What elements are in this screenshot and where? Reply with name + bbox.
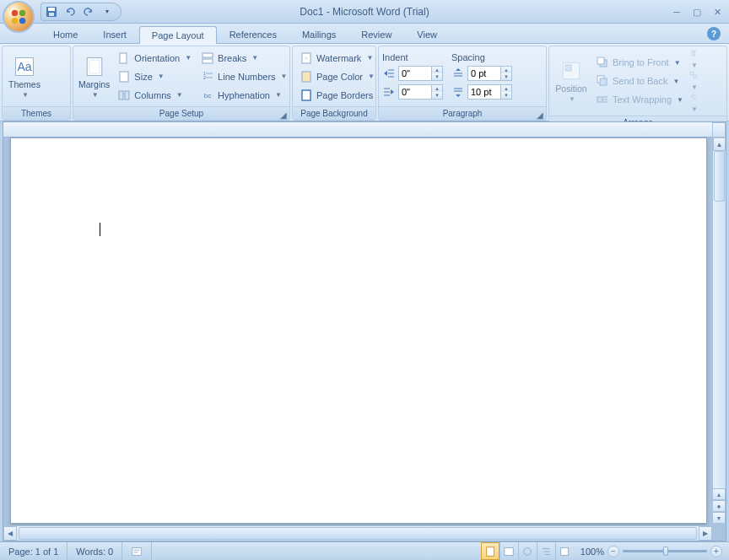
margins-label: Margins bbox=[78, 80, 110, 89]
chevron-down-icon: ▼ bbox=[569, 95, 575, 103]
ruler-toggle[interactable] bbox=[712, 122, 726, 137]
indent-label: Indent bbox=[382, 52, 443, 62]
breaks-button[interactable]: Breaks▼ bbox=[197, 50, 290, 67]
svg-rect-21 bbox=[202, 53, 213, 57]
hscroll-thumb[interactable] bbox=[19, 527, 697, 540]
group-icon[interactable]: ▼ bbox=[689, 71, 698, 91]
page-setup-group-label: Page Setup◢ bbox=[73, 106, 289, 120]
zoom-slider-thumb[interactable] bbox=[663, 547, 668, 556]
svg-rect-56 bbox=[132, 547, 142, 555]
send-to-back-button[interactable]: Send to Back▼ bbox=[592, 73, 687, 89]
svg-rect-5 bbox=[48, 8, 55, 11]
help-icon[interactable]: ? bbox=[707, 27, 721, 40]
svg-text:2: 2 bbox=[203, 75, 206, 80]
document-area: ▲ ▼ ▴ ● ▾ ◀ ▶ bbox=[3, 121, 726, 541]
svg-rect-6 bbox=[49, 13, 54, 16]
tab-insert[interactable]: Insert bbox=[90, 25, 139, 43]
page-background-group-label: Page Background bbox=[293, 106, 375, 120]
horizontal-scrollbar[interactable]: ◀ ▶ bbox=[3, 525, 712, 541]
position-label: Position bbox=[555, 84, 586, 94]
page-color-icon bbox=[300, 70, 313, 83]
svg-rect-18 bbox=[120, 72, 128, 82]
page-status[interactable]: Page: 1 of 1 bbox=[0, 542, 68, 560]
status-bar: Page: 1 of 1 Words: 0 100% − + bbox=[0, 541, 729, 560]
align-icon[interactable]: ▼ bbox=[689, 49, 698, 69]
prev-page-icon[interactable]: ▴ bbox=[712, 488, 726, 500]
horizontal-ruler[interactable] bbox=[3, 122, 712, 137]
chevron-down-icon: ▼ bbox=[92, 91, 99, 99]
word-count[interactable]: Words: 0 bbox=[68, 542, 122, 560]
svg-rect-17 bbox=[120, 53, 127, 63]
page-color-button[interactable]: Page Color▼ bbox=[296, 68, 378, 85]
line-numbers-button[interactable]: 12Line Numbers▼ bbox=[197, 68, 290, 85]
tab-view[interactable]: View bbox=[404, 25, 450, 43]
size-icon bbox=[117, 70, 131, 83]
hyphenation-button[interactable]: bcHyphenation▼ bbox=[197, 87, 290, 104]
page-borders-button[interactable]: Page Borders bbox=[296, 87, 378, 104]
minimize-button[interactable]: ─ bbox=[670, 5, 683, 19]
zoom-out-button[interactable]: − bbox=[608, 546, 619, 557]
breaks-icon bbox=[201, 51, 214, 65]
paragraph-launcher-icon[interactable]: ◢ bbox=[536, 109, 544, 117]
zoom-level[interactable]: 100% bbox=[580, 547, 604, 557]
scroll-up-icon[interactable]: ▲ bbox=[713, 137, 726, 151]
spacing-after-spinner[interactable]: ▲▼ bbox=[467, 84, 512, 100]
redo-icon[interactable] bbox=[82, 5, 95, 19]
tab-mailings[interactable]: Mailings bbox=[289, 25, 348, 43]
quick-access-toolbar: ▾ bbox=[40, 3, 122, 21]
tab-home[interactable]: Home bbox=[40, 25, 90, 43]
zoom-slider[interactable] bbox=[623, 550, 707, 552]
draft-view-icon[interactable] bbox=[555, 542, 574, 560]
vertical-scrollbar[interactable]: ▲ ▼ bbox=[712, 137, 726, 524]
tab-page-layout[interactable]: Page Layout bbox=[139, 26, 217, 44]
qat-dropdown-icon[interactable]: ▾ bbox=[100, 5, 114, 19]
hyphenation-icon: bc bbox=[201, 89, 214, 102]
text-wrapping-button[interactable]: Text Wrapping▼ bbox=[592, 91, 687, 108]
indent-right-spinner[interactable]: ▲▼ bbox=[398, 84, 443, 100]
svg-rect-19 bbox=[119, 91, 123, 100]
browse-object-icon[interactable]: ● bbox=[712, 500, 726, 512]
orientation-icon bbox=[117, 51, 131, 65]
web-layout-view-icon[interactable] bbox=[518, 542, 537, 560]
undo-icon[interactable] bbox=[63, 5, 77, 19]
orientation-button[interactable]: Orientation▼ bbox=[114, 50, 195, 67]
save-icon[interactable] bbox=[45, 5, 58, 19]
svg-rect-55 bbox=[694, 75, 697, 78]
text-wrap-icon bbox=[596, 93, 609, 106]
svg-rect-30 bbox=[302, 72, 310, 82]
svg-text:Aa: Aa bbox=[17, 60, 31, 73]
position-button[interactable]: Position ▼ bbox=[553, 49, 590, 113]
svg-point-3 bbox=[19, 18, 25, 24]
tab-review[interactable]: Review bbox=[348, 25, 404, 43]
rotate-icon[interactable]: ▼ bbox=[689, 93, 698, 113]
columns-button[interactable]: Columns▼ bbox=[114, 87, 195, 104]
vscroll-thumb[interactable] bbox=[714, 151, 725, 202]
next-page-icon[interactable]: ▾ bbox=[712, 512, 726, 524]
margins-button[interactable]: Margins ▼ bbox=[77, 49, 111, 104]
zoom-in-button[interactable]: + bbox=[710, 546, 722, 557]
full-screen-view-icon[interactable] bbox=[500, 542, 518, 560]
svg-rect-48 bbox=[597, 97, 602, 102]
language-status[interactable] bbox=[122, 542, 152, 560]
bring-to-front-button[interactable]: Bring to Front▼ bbox=[592, 54, 687, 71]
columns-icon bbox=[117, 89, 131, 102]
indent-left-spinner[interactable]: ▲▼ bbox=[398, 66, 443, 81]
spacing-before-spinner[interactable]: ▲▼ bbox=[467, 66, 512, 81]
page-borders-icon bbox=[300, 89, 313, 102]
print-layout-view-icon[interactable] bbox=[481, 542, 500, 560]
page-setup-launcher-icon[interactable]: ◢ bbox=[279, 109, 288, 117]
size-button[interactable]: Size▼ bbox=[114, 68, 195, 85]
tab-references[interactable]: References bbox=[217, 25, 289, 43]
themes-button[interactable]: Aa Themes ▼ bbox=[6, 49, 43, 104]
watermark-button[interactable]: AWatermark▼ bbox=[296, 50, 378, 67]
scroll-right-icon[interactable]: ▶ bbox=[699, 526, 712, 541]
spacing-before-icon bbox=[451, 67, 465, 80]
maximize-button[interactable]: ▢ bbox=[690, 5, 704, 19]
scroll-left-icon[interactable]: ◀ bbox=[3, 526, 17, 541]
document-page[interactable] bbox=[10, 137, 707, 524]
watermark-icon: A bbox=[300, 51, 313, 65]
outline-view-icon[interactable] bbox=[537, 542, 555, 560]
svg-rect-57 bbox=[486, 547, 494, 556]
close-button[interactable]: ✕ bbox=[710, 5, 724, 19]
office-button[interactable] bbox=[3, 1, 35, 33]
